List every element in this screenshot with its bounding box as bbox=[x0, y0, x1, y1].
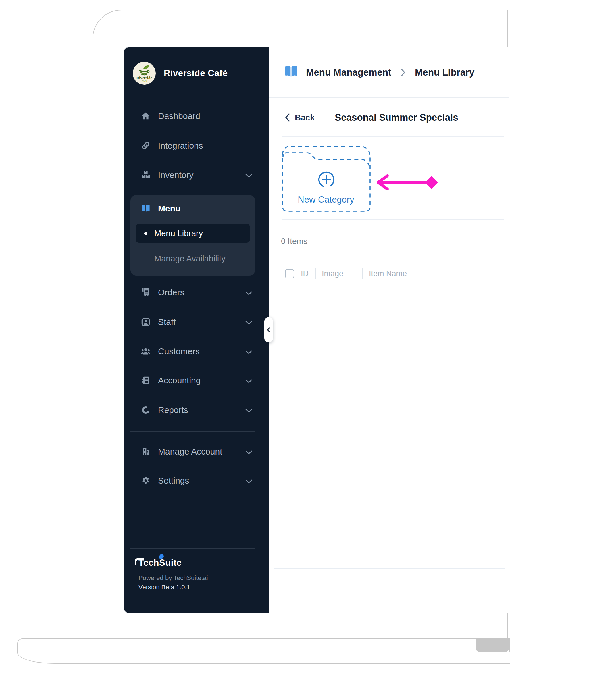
chevron-down-icon bbox=[245, 317, 252, 327]
sidebar-item-manage-account[interactable]: Manage Account bbox=[141, 442, 257, 461]
items-count-section: 0 Items bbox=[269, 220, 509, 262]
column-divider bbox=[315, 268, 316, 279]
svg-text:Riverside: Riverside bbox=[136, 76, 152, 80]
menu-group: Menu Menu Library Manage Availability bbox=[130, 195, 255, 275]
chevron-left-icon bbox=[267, 327, 271, 333]
sidebar-item-menu[interactable]: Menu bbox=[141, 199, 249, 218]
sidebar-item-label: Menu bbox=[158, 204, 181, 213]
column-header-image[interactable]: Image bbox=[322, 269, 343, 278]
chevron-left-icon bbox=[285, 113, 290, 122]
link-icon bbox=[141, 141, 150, 150]
chevron-down-icon bbox=[245, 476, 252, 485]
sidebar-item-integrations[interactable]: Integrations bbox=[141, 136, 257, 155]
new-category-label: New Category bbox=[281, 195, 371, 205]
annotation-arrow bbox=[374, 174, 440, 191]
building-icon bbox=[141, 447, 150, 456]
menu-book-icon bbox=[284, 65, 299, 80]
person-badge-icon bbox=[141, 317, 150, 327]
back-button[interactable]: Back bbox=[285, 113, 315, 122]
receipt-icon bbox=[141, 288, 150, 297]
sidebar-collapse-button[interactable] bbox=[264, 317, 273, 342]
sidebar-divider bbox=[130, 431, 255, 432]
people-group-icon bbox=[141, 346, 150, 356]
sidebar-item-accounting[interactable]: Accounting bbox=[141, 371, 257, 390]
column-divider bbox=[362, 268, 363, 279]
category-toolbar: Back Seasonal Summer Specials bbox=[269, 98, 509, 137]
riverside-cafe-logo: Riverside - Café - bbox=[133, 62, 156, 85]
new-category-button[interactable]: New Category bbox=[281, 146, 371, 213]
home-icon bbox=[141, 111, 150, 121]
chevron-down-icon bbox=[245, 346, 252, 356]
table-header-bottom-border bbox=[280, 284, 504, 284]
sidebar-item-label: Orders bbox=[158, 288, 185, 297]
column-header-id[interactable]: ID bbox=[301, 269, 309, 278]
sidebar-item-label: Customers bbox=[158, 346, 200, 356]
techsuite-logo-hook bbox=[135, 558, 144, 565]
svg-text:- Café -: - Café - bbox=[140, 80, 148, 83]
boxes-icon bbox=[141, 170, 150, 180]
sidebar-item-reports[interactable]: Reports bbox=[141, 400, 257, 420]
chevron-down-icon bbox=[245, 288, 252, 297]
back-label: Back bbox=[295, 113, 315, 122]
brand-name: Riverside Café bbox=[164, 68, 227, 79]
sidebar-footer-divider bbox=[130, 548, 255, 549]
main-content: Menu Management Menu Library Back Season… bbox=[269, 47, 509, 613]
chevron-down-icon bbox=[245, 375, 252, 385]
page-title: Seasonal Summer Specials bbox=[335, 112, 458, 123]
sidebar: Riverside - Café - Riverside Café Dashbo… bbox=[124, 47, 269, 613]
techsuite-logo: TechSuite bbox=[138, 558, 283, 568]
chevron-down-icon bbox=[245, 405, 252, 415]
open-book-icon bbox=[141, 204, 150, 213]
sidebar-item-label: Manage Availability bbox=[154, 254, 225, 263]
sidebar-item-inventory[interactable]: Inventory bbox=[141, 165, 257, 185]
sidebar-item-menu-library[interactable]: Menu Library bbox=[136, 224, 250, 243]
sidebar-item-label: Dashboard bbox=[158, 111, 200, 121]
gear-icon bbox=[141, 476, 150, 485]
laptop-base bbox=[17, 638, 510, 653]
items-count: 0 Items bbox=[281, 237, 307, 246]
sidebar-item-label: Integrations bbox=[158, 141, 203, 150]
sidebar-item-orders[interactable]: Orders bbox=[141, 283, 257, 302]
breadcrumb: Menu Management Menu Library bbox=[269, 47, 509, 98]
sidebar-item-settings[interactable]: Settings bbox=[141, 471, 257, 490]
laptop-base-notch bbox=[476, 639, 509, 652]
toolbar-divider bbox=[325, 109, 326, 126]
sidebar-item-dashboard[interactable]: Dashboard bbox=[141, 106, 257, 126]
sidebar-item-label: Settings bbox=[158, 476, 189, 485]
sidebar-item-staff[interactable]: Staff bbox=[141, 312, 257, 332]
select-all-checkbox[interactable] bbox=[285, 269, 294, 278]
plus-circle-icon bbox=[316, 170, 336, 189]
chevron-down-icon bbox=[245, 447, 252, 456]
sidebar-item-manage-availability[interactable]: Manage Availability bbox=[154, 250, 249, 267]
sidebar-item-label: Staff bbox=[158, 317, 176, 327]
active-bullet-icon bbox=[144, 232, 147, 235]
ledger-icon bbox=[141, 375, 150, 385]
chevron-down-icon bbox=[245, 170, 252, 180]
breadcrumb-parent[interactable]: Menu Management bbox=[306, 67, 391, 78]
laptop-base-bottom bbox=[17, 652, 510, 664]
sidebar-item-customers[interactable]: Customers bbox=[141, 342, 257, 361]
sidebar-item-label: Menu Library bbox=[154, 229, 203, 238]
column-header-item-name[interactable]: Item Name bbox=[369, 269, 407, 278]
page: Riverside - Café - Riverside Café Dashbo… bbox=[0, 0, 616, 674]
chevron-right-icon bbox=[401, 68, 406, 77]
techsuite-logo-swoosh bbox=[160, 554, 164, 559]
powered-by-text: Powered by TechSuite.ai bbox=[138, 574, 208, 582]
sidebar-item-label: Manage Account bbox=[158, 447, 222, 456]
table-header-top-border bbox=[280, 262, 504, 263]
content-footer-divider bbox=[274, 568, 505, 569]
new-category-section: New Category bbox=[269, 137, 509, 220]
sidebar-item-label: Reports bbox=[158, 405, 188, 415]
app-window: Riverside - Café - Riverside Café Dashbo… bbox=[123, 47, 509, 613]
sidebar-item-label: Inventory bbox=[158, 170, 193, 180]
brand: Riverside - Café - Riverside Café bbox=[133, 62, 227, 85]
pie-chart-icon bbox=[141, 405, 150, 415]
breadcrumb-current: Menu Library bbox=[415, 67, 474, 78]
sidebar-item-label: Accounting bbox=[158, 375, 201, 385]
table-header-row: ID Image Item Name bbox=[269, 262, 509, 284]
techsuite-logo-suite: Suite bbox=[159, 558, 182, 568]
version-text: Version Beta 1.0.1 bbox=[138, 583, 190, 591]
